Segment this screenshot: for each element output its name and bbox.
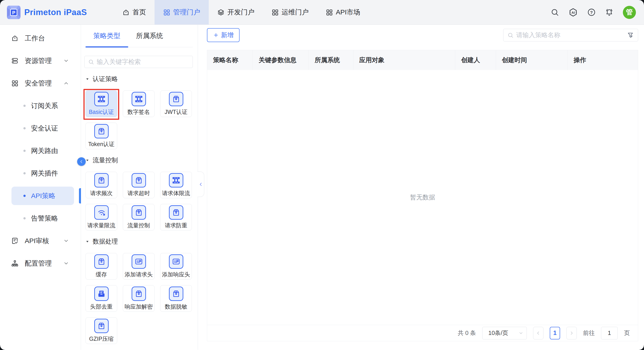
avatar[interactable]: 管 <box>623 6 636 19</box>
policy-card-body-rate-limit[interactable]: 请求体限流 <box>160 172 192 198</box>
total-count-text: 共 0 条 <box>458 329 476 337</box>
policy-name-search-input[interactable] <box>516 32 624 39</box>
column-header: 所属系统 <box>309 50 354 70</box>
nav-item-dev-portal[interactable]: 开发门户 <box>209 0 263 25</box>
policy-card-add-response-header[interactable]: 添加响应头 <box>160 253 192 279</box>
goto-page-input[interactable] <box>601 327 618 339</box>
filter-funnel-icon[interactable] <box>627 32 634 39</box>
chevron-up-icon <box>63 80 69 86</box>
sidebar-item-gateway-route[interactable]: 网关路由 <box>0 140 81 162</box>
policy-card-basic-auth[interactable]: Basic认证 <box>86 91 117 117</box>
sidebar-item-security-mgmt[interactable]: 安全管理 <box>0 72 81 95</box>
policy-card-cache[interactable]: 缓存 <box>86 253 117 279</box>
sidebar-collapse-button[interactable] <box>77 157 86 166</box>
grid-icon <box>163 9 170 16</box>
policy-card-digital-signature[interactable]: 数字签名 <box>123 91 154 117</box>
main-content: 新增 策略名称 关键参数信息 所属系统 应用对象 创建人 创建时间 操作 暂无数… <box>198 25 644 350</box>
box-icon <box>169 205 183 220</box>
nav-item-api-market[interactable]: API市场 <box>317 0 369 25</box>
policy-card-gzip-compress[interactable]: GZIP压缩 <box>86 317 117 344</box>
sidebar-item-security-auth[interactable]: 安全认证 <box>0 117 81 140</box>
policy-type-panel: 策略类型 所属系统 认证策略 Basic认证 数字签名 <box>81 25 198 350</box>
panel-collapse-handle[interactable] <box>198 172 204 197</box>
policy-card-header-dedup[interactable]: 头部去重 <box>86 285 117 312</box>
box-icon <box>169 286 183 301</box>
tab-policy-type[interactable]: 策略类型 <box>86 25 128 47</box>
home-icon <box>11 35 18 42</box>
app-logo-icon <box>7 6 21 19</box>
chevron-left-icon <box>198 182 203 187</box>
group-header-data-processing[interactable]: 数据处理 <box>86 238 193 245</box>
box-icon <box>94 124 109 138</box>
policy-card-token-auth[interactable]: Token认证 <box>86 123 117 149</box>
audit-icon <box>11 237 18 244</box>
sidebar-item-config-mgmt[interactable]: 配置管理 <box>0 252 81 275</box>
policy-table: 策略名称 关键参数信息 所属系统 应用对象 创建人 创建时间 操作 暂无数据 共… <box>207 50 638 341</box>
column-header: 关键参数信息 <box>253 50 309 70</box>
keyword-search-input[interactable] <box>97 58 189 66</box>
card-icon <box>169 254 183 269</box>
policy-card-request-frequency[interactable]: 请求频次 <box>86 172 117 198</box>
page-size-select[interactable]: 10条/页 <box>482 327 527 339</box>
nav-item-home[interactable]: 首页 <box>114 0 154 25</box>
search-icon[interactable] <box>551 8 559 17</box>
search-icon <box>88 59 94 65</box>
goto-label: 前往 <box>583 329 595 337</box>
keyword-search-box <box>84 56 193 68</box>
chevron-down-icon <box>63 58 69 64</box>
policy-card-grid: 缓存 添加请求头 添加响应头 头部去重 响应加解密 <box>86 253 193 344</box>
bullet-dot <box>24 217 26 219</box>
chevron-left-icon <box>79 159 84 164</box>
caret-down-icon <box>86 240 89 243</box>
sidebar-item-gateway-plugin[interactable]: 网关插件 <box>0 162 81 185</box>
empty-state-text: 暂无数据 <box>207 70 638 325</box>
prev-page-button[interactable] <box>533 327 544 339</box>
policy-groups: 认证策略 Basic认证 数字签名 JWT认证 Token认证 <box>81 75 198 344</box>
policy-card-grid: Basic认证 数字签名 JWT认证 Token认证 <box>86 91 193 149</box>
bell-icon[interactable] <box>605 8 614 17</box>
sidebar-item-alert-policy[interactable]: 告警策略 <box>0 207 81 230</box>
policy-card-grid: 请求频次 请求超时 请求体限流 请求量限流 流量控制 <box>86 172 193 230</box>
policy-card-request-timeout[interactable]: 请求超时 <box>123 172 154 198</box>
help-icon[interactable] <box>587 8 596 17</box>
sidebar-item-workbench[interactable]: 工作台 <box>0 27 81 50</box>
grid-icon <box>272 9 279 16</box>
apps-icon <box>11 80 18 87</box>
caret-down-icon <box>86 77 89 81</box>
group-header-traffic-control[interactable]: 流量控制 <box>86 156 193 164</box>
sidebar-item-resource-mgmt[interactable]: 资源管理 <box>0 50 81 72</box>
search-icon <box>508 32 514 38</box>
tab-owning-system[interactable]: 所属系统 <box>128 25 171 47</box>
home-icon <box>122 9 130 16</box>
current-page-button[interactable]: 1 <box>550 327 560 339</box>
stage-icon <box>132 92 146 106</box>
bullet-dot <box>24 195 26 197</box>
toolbar: 新增 <box>207 28 638 42</box>
policy-card-add-request-header[interactable]: 添加请求头 <box>123 253 154 279</box>
bullet-dot <box>24 127 26 129</box>
group-header-auth-policy[interactable]: 认证策略 <box>86 75 193 83</box>
grid-icon <box>326 9 333 16</box>
sidebar-item-subscription[interactable]: 订阅关系 <box>0 95 81 117</box>
policy-card-data-masking[interactable]: 数据脱敏 <box>160 285 192 312</box>
navbar-actions: 管 <box>551 0 644 25</box>
column-header: 创建时间 <box>496 50 568 70</box>
policy-card-jwt-auth[interactable]: JWT认证 <box>160 91 192 117</box>
brand: Primeton iPaaS <box>0 0 98 25</box>
caret-down-icon <box>86 158 89 162</box>
panel-tabs: 策略类型 所属系统 <box>86 25 193 47</box>
next-page-button[interactable] <box>566 327 577 339</box>
nav-item-ops-portal[interactable]: 运维门户 <box>263 0 317 25</box>
sidebar-item-api-policy[interactable]: API策略 <box>0 185 81 207</box>
sidebar: 工作台 资源管理 安全管理 订阅关系 安全认证 网关路由 网关插件 <box>0 25 81 350</box>
bullet-dot <box>24 172 26 174</box>
policy-card-response-crypto[interactable]: 响应加解密 <box>123 285 154 312</box>
policy-card-traffic-control[interactable]: 流量控制 <box>123 204 154 230</box>
policy-card-volume-rate-limit[interactable]: 请求量限流 <box>86 204 117 230</box>
policy-card-anti-replay[interactable]: 请求防重 <box>160 204 192 230</box>
add-button[interactable]: 新增 <box>207 28 240 42</box>
nav-item-admin-portal[interactable]: 管理门户 <box>154 0 209 25</box>
policy-name-search-box <box>503 29 638 42</box>
ai-assistant-icon[interactable] <box>568 8 578 17</box>
sidebar-item-api-audit[interactable]: API审核 <box>0 230 81 252</box>
